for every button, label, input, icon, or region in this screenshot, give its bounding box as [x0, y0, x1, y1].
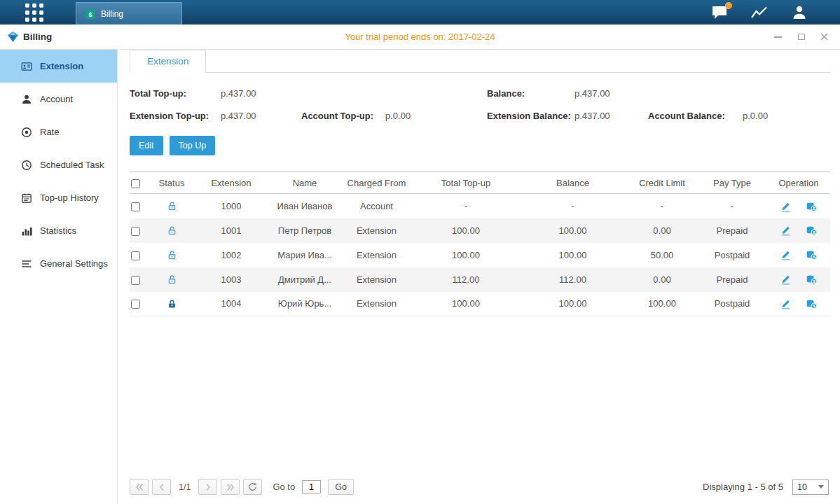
main-panel: Extension Total Top-up: p.437.00 Balance…	[118, 50, 840, 504]
content-area: Extension Account Rate Scheduled Task To…	[0, 50, 840, 504]
account-topup-label: Account Top-up:	[301, 111, 385, 121]
svg-text:$: $	[813, 279, 815, 284]
top-up-money-icon[interactable]: $	[806, 274, 817, 285]
cell-credit-limit: 50.00	[627, 243, 697, 267]
titlebar: Billing Your trial period ends on: 2017-…	[0, 24, 840, 50]
edit-pencil-icon[interactable]	[780, 249, 792, 260]
cell-name: Иван Иванов	[270, 194, 340, 218]
page-size-dropdown[interactable]: 10	[792, 479, 829, 495]
cell-extension: 1002	[193, 243, 270, 267]
last-page-button[interactable]	[221, 479, 240, 495]
top-up-money-icon[interactable]: $	[806, 201, 817, 212]
col-header-extension: Extension	[193, 172, 270, 194]
cell-pay-type: Prepaid	[697, 218, 767, 243]
chevron-down-icon	[818, 485, 824, 489]
topbar-billing-tab[interactable]: $ Billing	[76, 2, 182, 24]
cell-extension: 1001	[193, 218, 270, 243]
extension-balance-value: p.437.00	[574, 111, 648, 121]
sidebar-item-topup-history[interactable]: Top-up History	[0, 181, 117, 214]
first-page-button[interactable]	[130, 479, 149, 495]
apps-grid-icon[interactable]	[25, 4, 43, 22]
row-checkbox[interactable]	[131, 276, 140, 285]
maximize-icon[interactable]	[797, 32, 806, 41]
col-header-pay-type: Pay Type	[697, 172, 767, 194]
extension-topup-value: p.437.00	[221, 111, 301, 121]
account-person-icon	[21, 94, 32, 105]
row-checkbox[interactable]	[131, 300, 140, 309]
cell-credit-limit: 0.00	[627, 267, 697, 292]
extension-topup-label: Extension Top-up:	[130, 111, 221, 121]
cell-balance: 100.00	[518, 292, 627, 316]
cell-balance: -	[518, 194, 627, 218]
sidebar-item-account[interactable]: Account	[0, 83, 117, 115]
top-up-button[interactable]: Top Up	[170, 136, 216, 155]
svg-text:$: $	[813, 206, 815, 211]
monitor-chart-icon[interactable]	[750, 5, 769, 20]
row-checkbox[interactable]	[131, 227, 140, 236]
account-balance-label: Account Balance:	[648, 111, 743, 121]
col-header-credit-limit: Credit Limit	[627, 172, 697, 194]
close-icon[interactable]	[820, 32, 829, 41]
pagination-bar: 1/1 Go to Go Displaying 1 - 5 of 5	[130, 479, 830, 495]
prev-page-button[interactable]	[152, 479, 171, 495]
sidebar-item-label: Statistics	[40, 225, 76, 236]
top-up-money-icon[interactable]: $	[806, 225, 817, 236]
trial-notice: Your trial period ends on: 2017-02-24	[0, 31, 840, 42]
cell-balance: 112.00	[518, 267, 627, 292]
cell-total-topup: 112.00	[413, 267, 518, 292]
svg-text:$: $	[813, 303, 815, 308]
table-row: 1003 Дмитрий Д... Extension 112.00 112.0…	[130, 267, 830, 292]
sidebar-item-label: Account	[40, 94, 73, 104]
table-row: 1002 Мария Ива... Extension 100.00 100.0…	[130, 243, 830, 267]
extension-balance-label: Extension Balance:	[487, 111, 574, 121]
topbar: $ Billing	[0, 0, 840, 24]
cell-extension: 1000	[193, 194, 270, 218]
chat-icon[interactable]	[711, 5, 728, 20]
cell-name: Мария Ива...	[270, 243, 340, 267]
row-checkbox[interactable]	[131, 202, 140, 211]
row-checkbox[interactable]	[131, 251, 140, 260]
status-lock-icon	[151, 292, 193, 316]
sidebar-item-statistics[interactable]: Statistics	[0, 214, 117, 247]
balance-label: Balance:	[487, 88, 574, 99]
next-page-button[interactable]	[198, 479, 217, 495]
cell-charged-from: Extension	[340, 267, 413, 292]
sidebar-item-general-settings[interactable]: General Settings	[0, 247, 117, 280]
user-account-icon[interactable]	[791, 4, 808, 21]
tab-extension[interactable]: Extension	[130, 50, 206, 73]
go-button[interactable]: Go	[328, 479, 354, 495]
goto-page-input[interactable]	[302, 480, 321, 493]
col-header-name: Name	[270, 172, 340, 194]
sidebar-item-extension[interactable]: Extension	[0, 50, 117, 83]
extension-card-icon	[21, 61, 32, 72]
action-buttons: Edit Top Up	[130, 136, 830, 155]
edit-pencil-icon[interactable]	[780, 274, 792, 285]
sidebar-item-label: Scheduled Task	[40, 160, 104, 170]
cell-pay-type: Postpaid	[697, 243, 767, 267]
total-topup-value: p.437.00	[221, 88, 301, 99]
scheduled-task-clock-icon	[21, 160, 32, 171]
edit-pencil-icon[interactable]	[780, 225, 792, 236]
page-size-value: 10	[797, 482, 807, 492]
cell-balance: 100.00	[518, 243, 627, 267]
cell-operation: $	[767, 218, 830, 243]
status-lock-icon	[151, 194, 193, 218]
notification-badge	[725, 2, 732, 9]
edit-pencil-icon[interactable]	[780, 201, 792, 212]
sidebar-item-rate[interactable]: Rate	[0, 115, 117, 148]
minimize-icon[interactable]	[773, 32, 783, 41]
sidebar-item-scheduled-task[interactable]: Scheduled Task	[0, 148, 117, 181]
goto-label: Go to	[273, 482, 295, 492]
cell-charged-from: Extension	[340, 218, 413, 243]
titlebar-left: Billing	[0, 31, 52, 43]
col-header-balance: Balance	[518, 172, 627, 194]
col-header-status: Status	[151, 172, 193, 194]
edit-pencil-icon[interactable]	[780, 298, 792, 309]
top-up-money-icon[interactable]: $	[806, 298, 817, 309]
top-up-money-icon[interactable]: $	[806, 249, 817, 260]
edit-button[interactable]: Edit	[130, 136, 163, 155]
cell-extension: 1003	[193, 267, 270, 292]
sidebar-item-label: Rate	[40, 127, 59, 137]
select-all-checkbox[interactable]	[131, 179, 140, 188]
refresh-icon[interactable]	[243, 479, 262, 495]
